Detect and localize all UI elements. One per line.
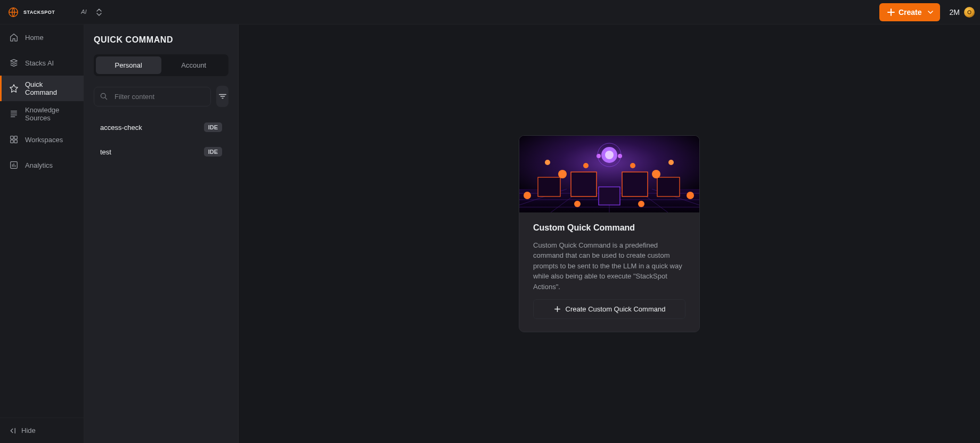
svg-rect-4 <box>11 136 13 139</box>
brand-logo[interactable]: STACKSPOT AI <box>7 6 102 18</box>
svg-rect-22 <box>622 172 648 196</box>
sidebar-nav: Home Stacks AI Quick Command Knowledge S… <box>0 24 84 417</box>
main-panel: Custom Quick Command Custom Quick Comman… <box>239 24 980 443</box>
svg-rect-7 <box>14 140 17 143</box>
coin-icon <box>964 7 975 18</box>
ide-badge: IDE <box>204 122 222 132</box>
svg-point-28 <box>668 160 674 165</box>
svg-point-39 <box>605 151 614 159</box>
card-description: Custom Quick Command is a predefined com… <box>533 240 685 292</box>
svg-rect-6 <box>11 140 13 143</box>
command-list-panel: QUICK COMMAND Personal Account access-ch… <box>84 24 239 443</box>
sidebar-item-label: Home <box>25 34 44 42</box>
svg-point-34 <box>618 154 622 158</box>
svg-rect-23 <box>657 177 680 196</box>
sliders-icon <box>218 93 227 100</box>
sidebar-item-label: Knowledge Sources <box>25 106 76 122</box>
command-list: access-check IDE test IDE <box>94 117 228 162</box>
filter-row <box>94 86 228 107</box>
topbar-left: STACKSPOT AI <box>7 6 102 18</box>
topbar: STACKSPOT AI Create 2M <box>0 0 980 24</box>
ide-badge: IDE <box>204 147 222 157</box>
filter-input[interactable] <box>113 92 205 101</box>
sidebar-item-knowledge-sources[interactable]: Knowledge Sources <box>0 101 84 127</box>
tab-personal[interactable]: Personal <box>96 56 161 74</box>
filter-input-wrap[interactable] <box>94 87 211 106</box>
svg-point-3 <box>968 11 971 14</box>
sidebar-hide-label: Hide <box>21 426 36 434</box>
plus-icon <box>553 305 561 313</box>
svg-point-35 <box>574 201 581 207</box>
sidebar-hide[interactable]: Hide <box>0 417 84 443</box>
brand-ai-tag: AI <box>81 8 92 17</box>
sidebar-item-label: Quick Command <box>25 80 76 96</box>
workspaces-icon <box>9 135 19 144</box>
svg-point-31 <box>583 163 589 168</box>
knowledge-icon <box>9 109 19 119</box>
card-title: Custom Quick Command <box>533 223 685 233</box>
chevron-down-icon <box>927 9 934 15</box>
sidebar-item-analytics[interactable]: Analytics <box>0 152 84 178</box>
card-body: Custom Quick Command Custom Quick Comman… <box>519 212 699 332</box>
analytics-icon <box>9 160 19 170</box>
sidebar-item-stacks-ai[interactable]: Stacks AI <box>0 50 84 76</box>
list-item-name: test <box>100 148 111 156</box>
svg-point-32 <box>630 163 635 168</box>
svg-point-30 <box>687 192 694 199</box>
collapse-icon <box>7 427 16 434</box>
list-item[interactable]: test IDE <box>94 141 228 162</box>
sidebar-item-quick-command[interactable]: Quick Command <box>0 76 84 101</box>
svg-text:STACKSPOT: STACKSPOT <box>23 9 55 14</box>
list-item[interactable]: access-check IDE <box>94 117 228 138</box>
page-title: QUICK COMMAND <box>94 35 228 45</box>
topbar-right: Create 2M <box>879 3 975 21</box>
sidebar-item-workspaces[interactable]: Workspaces <box>0 127 84 152</box>
brand-wordmark: STACKSPOT <box>23 8 77 17</box>
svg-point-36 <box>638 201 644 207</box>
create-button-label: Create <box>899 8 922 17</box>
svg-rect-20 <box>538 177 560 196</box>
plus-icon <box>887 8 895 17</box>
sidebar-item-home[interactable]: Home <box>0 24 84 50</box>
svg-rect-21 <box>571 172 597 196</box>
sidebar-item-label: Workspaces <box>25 136 63 144</box>
card-hero-image <box>519 136 699 212</box>
card-button-label: Create Custom Quick Command <box>566 305 666 313</box>
create-button[interactable]: Create <box>879 3 940 21</box>
sidebar: Home Stacks AI Quick Command Knowledge S… <box>0 24 84 443</box>
scope-tabs: Personal Account <box>94 54 228 76</box>
create-custom-quick-command-button[interactable]: Create Custom Quick Command <box>533 299 685 319</box>
brand-switcher-icon[interactable] <box>96 9 102 16</box>
tab-account[interactable]: Account <box>161 56 227 74</box>
svg-point-29 <box>524 192 531 199</box>
svg-rect-24 <box>599 187 620 205</box>
svg-rect-5 <box>14 136 17 139</box>
quick-command-icon <box>9 84 19 93</box>
svg-point-27 <box>545 160 550 165</box>
search-icon <box>100 92 108 101</box>
sidebar-item-label: Analytics <box>25 161 53 169</box>
list-item-name: access-check <box>100 124 142 132</box>
sidebar-item-label: Stacks AI <box>25 59 54 67</box>
filter-options-button[interactable] <box>216 86 228 107</box>
brand-mark-icon <box>7 6 19 18</box>
svg-point-26 <box>652 170 660 178</box>
stacks-icon <box>9 58 19 68</box>
home-icon <box>9 32 19 42</box>
token-amount: 2M <box>950 8 960 17</box>
empty-state-card: Custom Quick Command Custom Quick Comman… <box>519 135 700 333</box>
svg-point-33 <box>597 154 601 158</box>
svg-point-9 <box>101 93 105 98</box>
svg-text:AI: AI <box>81 8 87 14</box>
token-balance[interactable]: 2M <box>950 7 975 18</box>
svg-point-25 <box>558 170 567 178</box>
